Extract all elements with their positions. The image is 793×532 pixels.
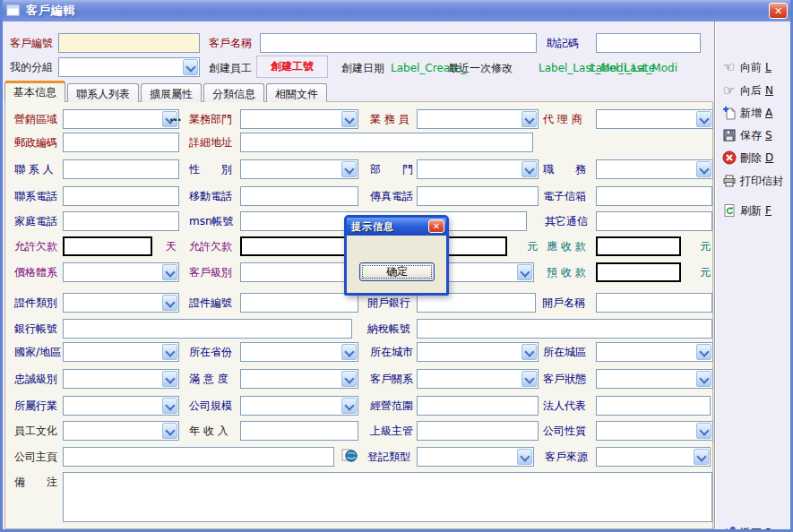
browse-dots[interactable]: ...: [169, 111, 182, 124]
chevron-down-icon[interactable]: [517, 264, 532, 280]
price-system-combo[interactable]: [63, 262, 179, 282]
salesman-combo[interactable]: [417, 109, 539, 129]
chevron-down-icon[interactable]: [696, 371, 711, 387]
chevron-down-icon[interactable]: [521, 344, 537, 360]
gender-combo[interactable]: [240, 159, 358, 179]
delete-button[interactable]: 刪除D: [721, 148, 773, 167]
refresh-button[interactable]: 刷新F: [721, 201, 771, 220]
home-phone-input[interactable]: [63, 211, 179, 231]
district-combo[interactable]: [596, 342, 713, 362]
customer-no-input[interactable]: [58, 33, 200, 53]
satisfaction-combo[interactable]: [240, 369, 358, 389]
credit-amount-label: 允許欠款: [189, 240, 232, 253]
receivable-input[interactable]: [596, 236, 681, 256]
superior-input[interactable]: [417, 421, 539, 441]
chevron-down-icon[interactable]: [341, 371, 357, 387]
back-button[interactable]: 返回R: [721, 523, 772, 532]
bank-account-input[interactable]: [63, 319, 352, 339]
remarks-textarea[interactable]: [63, 472, 712, 522]
customer-relation-combo[interactable]: [417, 369, 539, 389]
agent-combo[interactable]: [596, 109, 713, 129]
loyalty-level-combo[interactable]: [63, 369, 179, 389]
save-button[interactable]: 保存S: [721, 125, 772, 145]
printer-icon: [721, 174, 737, 188]
registration-type-combo[interactable]: [417, 447, 534, 467]
days-suffix: 天: [166, 240, 177, 253]
email-input[interactable]: [596, 186, 712, 206]
company-nature-combo[interactable]: [596, 421, 713, 441]
business-dept-label: 業務部門: [189, 113, 232, 125]
chevron-down-icon[interactable]: [696, 423, 711, 439]
cert-no-input[interactable]: [240, 293, 358, 313]
postal-code-input[interactable]: [63, 133, 179, 152]
next-button[interactable]: ☞ 向后N: [721, 81, 773, 100]
staff-culture-combo[interactable]: [63, 421, 179, 441]
create-no-button[interactable]: 創建工號: [256, 56, 328, 78]
legal-rep-input[interactable]: [596, 396, 711, 416]
mobile-phone-input[interactable]: [240, 186, 358, 206]
chevron-down-icon[interactable]: [521, 371, 537, 387]
marketing-region-combo[interactable]: [63, 109, 179, 129]
cert-type-combo[interactable]: [63, 293, 179, 313]
tax-account-input[interactable]: [417, 319, 712, 339]
my-group-combo[interactable]: [58, 57, 200, 77]
marketing-region-label: 營銷區域: [14, 113, 57, 125]
city-combo[interactable]: [417, 342, 539, 362]
fax-phone-input[interactable]: [417, 186, 539, 206]
province-combo[interactable]: [240, 342, 358, 362]
customer-level-label: 客戶級別: [189, 266, 232, 279]
department-combo[interactable]: [417, 159, 539, 179]
account-name-input[interactable]: [596, 293, 712, 313]
chevron-down-icon[interactable]: [183, 59, 198, 75]
job-title-combo[interactable]: [596, 159, 713, 179]
add-button[interactable]: 新增A: [721, 103, 772, 123]
annual-income-input[interactable]: [240, 421, 358, 441]
bank-name-input[interactable]: [417, 293, 536, 313]
dialog-ok-button[interactable]: 确定: [359, 262, 435, 281]
chevron-down-icon[interactable]: [341, 111, 357, 127]
chevron-down-icon[interactable]: [696, 161, 711, 177]
chevron-down-icon[interactable]: [696, 344, 711, 360]
address-input[interactable]: [240, 133, 533, 152]
chevron-down-icon[interactable]: [521, 161, 537, 177]
customer-name-input[interactable]: [260, 33, 537, 53]
chevron-down-icon[interactable]: [162, 423, 177, 439]
job-title-label: 職 務: [543, 163, 586, 176]
globe-icon[interactable]: [341, 448, 358, 467]
contact-phone-input[interactable]: [63, 186, 179, 206]
prepaid-input[interactable]: [596, 262, 681, 282]
credit-days-input[interactable]: [63, 236, 152, 256]
yuan-suffix-2: 元: [700, 240, 711, 253]
mnemonic-code-input[interactable]: [596, 33, 701, 53]
company-homepage-input[interactable]: [63, 447, 334, 467]
chevron-down-icon[interactable]: [341, 161, 357, 177]
business-dept-combo[interactable]: [240, 109, 358, 129]
chevron-down-icon[interactable]: [341, 398, 357, 414]
print-envelope-button[interactable]: 打印信封: [721, 171, 787, 191]
dialog-close-icon[interactable]: ✕: [428, 219, 444, 233]
chevron-down-icon[interactable]: [162, 371, 177, 387]
customer-name-label: 客戶名稱: [209, 37, 252, 49]
loyalty-level-label: 忠誠級別: [14, 373, 57, 385]
chevron-down-icon[interactable]: [694, 449, 709, 465]
country-region-combo[interactable]: [63, 342, 179, 362]
business-scope-label: 經營范圍: [370, 399, 413, 412]
business-scope-input[interactable]: [417, 396, 539, 416]
chevron-down-icon[interactable]: [162, 344, 177, 360]
chevron-down-icon[interactable]: [517, 449, 532, 465]
chevron-down-icon[interactable]: [341, 344, 357, 360]
chevron-down-icon[interactable]: [162, 264, 177, 280]
contact-person-input[interactable]: [63, 159, 179, 179]
industry-combo[interactable]: [63, 396, 179, 416]
company-size-combo[interactable]: [240, 396, 358, 416]
other-contact-input[interactable]: [596, 211, 712, 231]
close-icon[interactable]: ✕: [769, 3, 788, 19]
remarks-label: 備 注: [14, 476, 57, 488]
customer-source-combo[interactable]: [596, 447, 711, 467]
chevron-down-icon[interactable]: [521, 111, 537, 127]
chevron-down-icon[interactable]: [162, 295, 177, 311]
customer-status-combo[interactable]: [596, 369, 713, 389]
prev-button[interactable]: ☜ 向前L: [721, 57, 771, 77]
chevron-down-icon[interactable]: [162, 398, 177, 414]
chevron-down-icon[interactable]: [696, 111, 711, 127]
